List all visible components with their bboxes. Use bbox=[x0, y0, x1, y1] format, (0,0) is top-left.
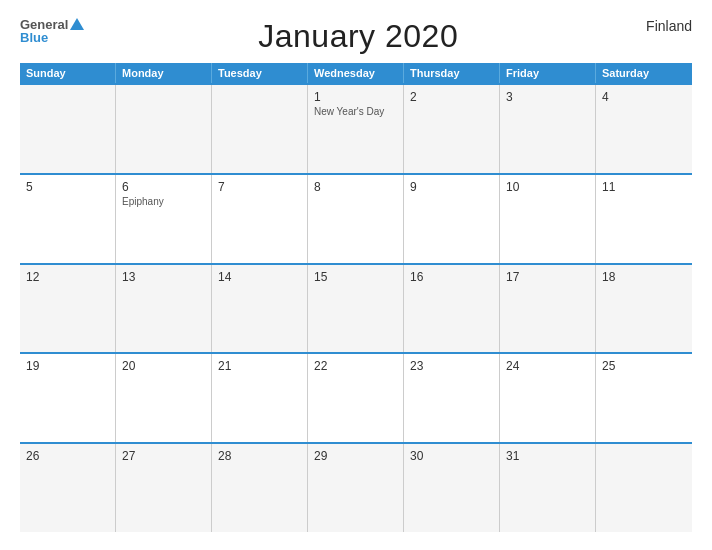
day-number: 25 bbox=[602, 359, 686, 373]
day-number: 5 bbox=[26, 180, 109, 194]
col-thursday: Thursday bbox=[404, 63, 500, 83]
logo: General Blue bbox=[20, 18, 84, 44]
event-label: Epiphany bbox=[122, 196, 205, 207]
day-number: 14 bbox=[218, 270, 301, 284]
day-number: 8 bbox=[314, 180, 397, 194]
cell-w3-d4: 23 bbox=[404, 354, 500, 442]
day-number: 17 bbox=[506, 270, 589, 284]
day-number: 9 bbox=[410, 180, 493, 194]
cell-w3-d0: 19 bbox=[20, 354, 116, 442]
day-number: 21 bbox=[218, 359, 301, 373]
calendar-title: January 2020 bbox=[84, 18, 632, 55]
cell-w2-d1: 13 bbox=[116, 265, 212, 353]
day-number: 26 bbox=[26, 449, 109, 463]
calendar: Sunday Monday Tuesday Wednesday Thursday… bbox=[20, 63, 692, 532]
cell-w1-d4: 9 bbox=[404, 175, 500, 263]
cell-w4-d6 bbox=[596, 444, 692, 532]
week-row-3: 19202122232425 bbox=[20, 352, 692, 442]
day-number: 11 bbox=[602, 180, 686, 194]
col-tuesday: Tuesday bbox=[212, 63, 308, 83]
cell-w0-d4: 2 bbox=[404, 85, 500, 173]
week-row-0: 1New Year's Day234 bbox=[20, 83, 692, 173]
cell-w0-d1 bbox=[116, 85, 212, 173]
logo-triangle-icon bbox=[70, 18, 84, 30]
week-row-4: 262728293031 bbox=[20, 442, 692, 532]
cell-w0-d5: 3 bbox=[500, 85, 596, 173]
cell-w2-d2: 14 bbox=[212, 265, 308, 353]
cell-w4-d4: 30 bbox=[404, 444, 500, 532]
calendar-header-row: Sunday Monday Tuesday Wednesday Thursday… bbox=[20, 63, 692, 83]
cell-w2-d6: 18 bbox=[596, 265, 692, 353]
day-number: 16 bbox=[410, 270, 493, 284]
cell-w4-d5: 31 bbox=[500, 444, 596, 532]
col-monday: Monday bbox=[116, 63, 212, 83]
cell-w4-d2: 28 bbox=[212, 444, 308, 532]
day-number: 10 bbox=[506, 180, 589, 194]
col-wednesday: Wednesday bbox=[308, 63, 404, 83]
col-sunday: Sunday bbox=[20, 63, 116, 83]
day-number: 22 bbox=[314, 359, 397, 373]
day-number: 27 bbox=[122, 449, 205, 463]
day-number: 1 bbox=[314, 90, 397, 104]
col-friday: Friday bbox=[500, 63, 596, 83]
country-label: Finland bbox=[632, 18, 692, 34]
day-number: 4 bbox=[602, 90, 686, 104]
cell-w0-d2 bbox=[212, 85, 308, 173]
day-number: 6 bbox=[122, 180, 205, 194]
cell-w4-d3: 29 bbox=[308, 444, 404, 532]
day-number: 28 bbox=[218, 449, 301, 463]
cell-w1-d0: 5 bbox=[20, 175, 116, 263]
week-row-2: 12131415161718 bbox=[20, 263, 692, 353]
day-number: 18 bbox=[602, 270, 686, 284]
cell-w1-d5: 10 bbox=[500, 175, 596, 263]
cell-w2-d3: 15 bbox=[308, 265, 404, 353]
cell-w0-d3: 1New Year's Day bbox=[308, 85, 404, 173]
day-number: 24 bbox=[506, 359, 589, 373]
col-saturday: Saturday bbox=[596, 63, 692, 83]
cell-w2-d0: 12 bbox=[20, 265, 116, 353]
page: General Blue January 2020 Finland Sunday… bbox=[0, 0, 712, 550]
cell-w2-d4: 16 bbox=[404, 265, 500, 353]
cell-w1-d2: 7 bbox=[212, 175, 308, 263]
cell-w4-d1: 27 bbox=[116, 444, 212, 532]
day-number: 7 bbox=[218, 180, 301, 194]
day-number: 13 bbox=[122, 270, 205, 284]
cell-w3-d5: 24 bbox=[500, 354, 596, 442]
cell-w1-d1: 6Epiphany bbox=[116, 175, 212, 263]
cell-w0-d6: 4 bbox=[596, 85, 692, 173]
cell-w1-d3: 8 bbox=[308, 175, 404, 263]
cell-w3-d3: 22 bbox=[308, 354, 404, 442]
cell-w3-d6: 25 bbox=[596, 354, 692, 442]
day-number: 30 bbox=[410, 449, 493, 463]
day-number: 15 bbox=[314, 270, 397, 284]
cell-w3-d1: 20 bbox=[116, 354, 212, 442]
cell-w4-d0: 26 bbox=[20, 444, 116, 532]
cell-w2-d5: 17 bbox=[500, 265, 596, 353]
weeks-container: 1New Year's Day23456Epiphany789101112131… bbox=[20, 83, 692, 532]
cell-w0-d0 bbox=[20, 85, 116, 173]
logo-blue-text: Blue bbox=[20, 31, 48, 44]
week-row-1: 56Epiphany7891011 bbox=[20, 173, 692, 263]
event-label: New Year's Day bbox=[314, 106, 397, 117]
day-number: 3 bbox=[506, 90, 589, 104]
day-number: 2 bbox=[410, 90, 493, 104]
cell-w3-d2: 21 bbox=[212, 354, 308, 442]
cell-w1-d6: 11 bbox=[596, 175, 692, 263]
day-number: 31 bbox=[506, 449, 589, 463]
day-number: 23 bbox=[410, 359, 493, 373]
day-number: 19 bbox=[26, 359, 109, 373]
header: General Blue January 2020 Finland bbox=[20, 18, 692, 55]
day-number: 20 bbox=[122, 359, 205, 373]
day-number: 12 bbox=[26, 270, 109, 284]
day-number: 29 bbox=[314, 449, 397, 463]
